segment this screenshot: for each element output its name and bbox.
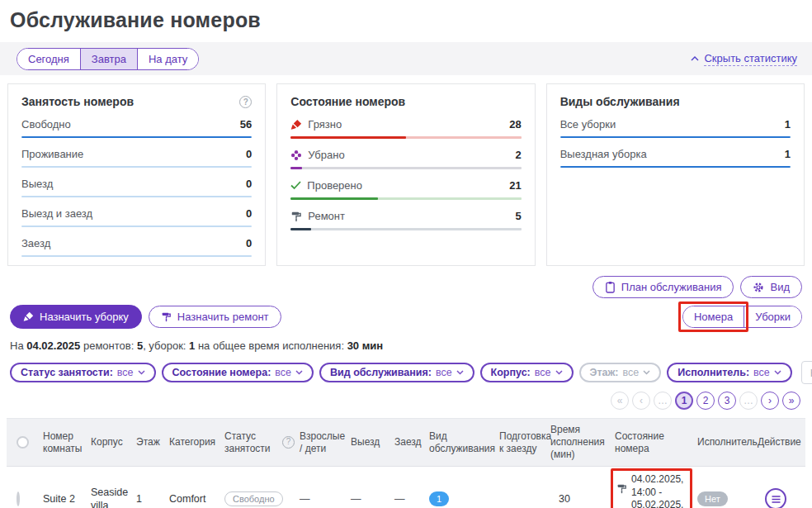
paint-roller-icon <box>161 311 172 322</box>
tab-today[interactable]: Сегодня <box>17 49 80 69</box>
chevron-down-icon <box>643 370 650 375</box>
page-2-button[interactable]: 2 <box>696 392 715 410</box>
summary-line: На 04.02.2025 ремонтов: 5, уборок: 1 на … <box>0 329 812 352</box>
page-first-button[interactable]: « <box>611 392 629 410</box>
assign-repair-button[interactable]: Назначить ремонт <box>149 306 281 328</box>
clipboard-icon <box>605 281 616 293</box>
filter-building[interactable]: Корпус: все <box>480 363 574 382</box>
broom-icon <box>23 311 34 322</box>
chevron-down-icon <box>138 370 145 375</box>
card-room-state-title: Состояние номеров <box>290 95 405 108</box>
filter-floor: Этаж: все <box>579 363 662 382</box>
chevron-up-icon <box>691 56 699 61</box>
chevron-down-icon <box>295 370 303 375</box>
filter-bar: Статус занятости: все Состояние номера: … <box>0 352 812 384</box>
stat-row: Проверено 21 <box>290 179 521 200</box>
assign-cleaning-button[interactable]: Назначить уборку <box>10 305 142 329</box>
card-occupancy: Занятость номеров ? Свободно56 Проживани… <box>7 83 266 266</box>
row-actions-button[interactable] <box>765 488 786 508</box>
maintenance-plan-button[interactable]: План обслуживания <box>592 276 734 298</box>
tab-on-date[interactable]: На дату <box>137 49 198 69</box>
stat-row: Выездная уборка1 <box>560 148 791 168</box>
room-service-page: Обслуживание номеров Сегодня Завтра На д… <box>0 0 812 508</box>
dirty-icon <box>290 119 302 131</box>
hide-statistics-link[interactable]: Скрыть статистику <box>691 52 797 66</box>
stat-row: Проживание0 <box>21 148 252 168</box>
select-all-checkbox[interactable] <box>17 436 29 449</box>
pagination: « ‹ … 1 2 3 … › » <box>0 384 812 415</box>
stat-row: Свободно56 <box>21 118 252 138</box>
page-prev-button[interactable]: ‹ <box>632 392 650 410</box>
room-state-cell: 04.02.2025, 14:00 - 05.02.2025, 10:00 <box>615 472 687 508</box>
page-last-button[interactable]: » <box>782 392 800 410</box>
filter-service-type[interactable]: Вид обслуживания: все <box>319 363 474 382</box>
page-3-button[interactable]: 3 <box>718 392 736 410</box>
filter-executor[interactable]: Исполнитель: все <box>667 363 792 382</box>
date-tabs: Сегодня Завтра На дату <box>17 48 199 70</box>
view-settings-button[interactable]: Вид <box>740 276 802 298</box>
chevron-down-icon <box>555 370 563 375</box>
menu-icon <box>772 496 781 503</box>
row-checkbox[interactable] <box>17 491 20 506</box>
stat-row: Грязно 28 <box>290 118 521 139</box>
stat-row: Убрано 2 <box>290 149 521 169</box>
repair-icon <box>290 211 302 222</box>
secondary-toolbar: План обслуживания Вид <box>0 266 812 298</box>
tab-rooms[interactable]: Номера <box>683 306 744 327</box>
card-occupancy-title: Занятость номеров <box>21 95 134 108</box>
rooms-cleanings-toggle: Номера Уборки <box>682 306 802 328</box>
page-ellipsis: … <box>739 392 758 410</box>
table-row: Suite 2 Seaside villa 1 Comfort Свободно… <box>7 467 805 508</box>
chevron-down-icon <box>774 370 781 375</box>
card-service-types-title: Виды обслуживания <box>560 95 680 108</box>
filter-occupancy-status[interactable]: Статус занятости: все <box>10 363 156 382</box>
page-title: Обслуживание номеров <box>0 0 812 32</box>
room-name: Suite 2 <box>43 487 91 508</box>
statistics-cards: Занятость номеров ? Свободно56 Проживани… <box>0 75 812 266</box>
paint-roller-icon <box>616 483 627 494</box>
tab-cleanings[interactable]: Уборки <box>744 306 801 327</box>
status-badge: Свободно <box>224 491 283 506</box>
hide-statistics-label: Скрыть статистику <box>704 52 797 66</box>
card-service-types: Виды обслуживания Все уборки1 Выездная у… <box>546 83 805 266</box>
page-1-button[interactable]: 1 <box>675 392 693 410</box>
stat-row: Заезд0 <box>21 237 252 257</box>
page-next-button[interactable]: › <box>761 392 779 410</box>
page-ellipsis: … <box>654 392 672 410</box>
checked-icon <box>290 181 301 190</box>
executor-badge: Нет <box>697 491 728 506</box>
room-number-search-input[interactable] <box>801 361 812 384</box>
assign-toolbar: Назначить уборку Назначить ремонт Номера… <box>0 298 812 329</box>
repair-period: 04.02.2025, 14:00 - 05.02.2025, 10:00 <box>631 473 686 508</box>
stat-row: Выезд0 <box>21 178 252 197</box>
stat-row: Ремонт 5 <box>290 210 521 230</box>
date-toolbar: Сегодня Завтра На дату Скрыть статистику <box>0 42 812 75</box>
service-count-badge[interactable]: 1 <box>429 491 449 506</box>
chevron-down-icon <box>456 370 464 375</box>
help-icon[interactable]: ? <box>239 96 252 108</box>
table-header: Номер комнаты Корпус Этаж Категория Стат… <box>7 419 805 467</box>
cleaned-icon <box>290 150 302 161</box>
card-room-state: Состояние номеров Грязно 28 <box>276 83 535 266</box>
stat-row: Выезд и заезд0 <box>21 207 252 227</box>
gear-icon <box>753 282 764 293</box>
rooms-table: Номер комнаты Корпус Этаж Категория Стат… <box>7 418 805 508</box>
tab-tomorrow[interactable]: Завтра <box>80 49 137 69</box>
stat-row: Все уборки1 <box>560 118 791 138</box>
filter-room-state[interactable]: Состояние номера: все <box>162 363 314 382</box>
help-icon[interactable]: ? <box>282 436 295 449</box>
